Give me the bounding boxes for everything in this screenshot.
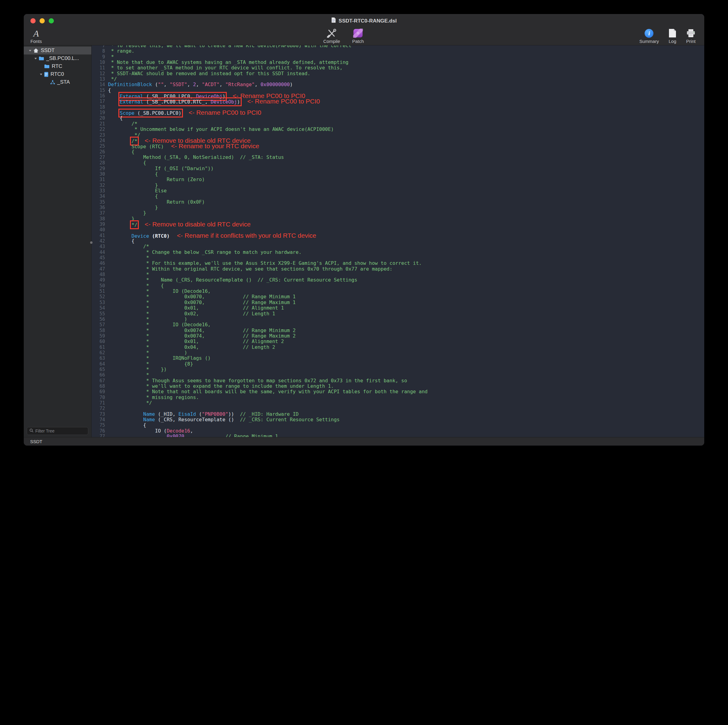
line-number: 47 xyxy=(92,266,108,272)
print-button[interactable]: Print xyxy=(686,28,696,44)
code-line: 30 { xyxy=(92,171,704,177)
patch-icon xyxy=(353,28,363,38)
line-number: 35 xyxy=(92,199,108,205)
code-line: 37 } xyxy=(92,210,704,216)
code-line: 33 Else xyxy=(92,188,704,194)
line-number: 70 xyxy=(92,395,108,400)
compile-button[interactable]: Compile xyxy=(323,28,340,44)
code-line: 21 /* xyxy=(92,121,704,127)
document-icon xyxy=(332,17,336,24)
line-number: 23 xyxy=(92,132,108,138)
code-line: 28 { xyxy=(92,160,704,165)
log-label: Log xyxy=(668,39,676,44)
code-line: 72 xyxy=(92,406,704,411)
line-number: 27 xyxy=(92,154,108,160)
device-doc-icon xyxy=(44,72,48,77)
code-line: 42 { xyxy=(92,238,704,244)
filter-placeholder: Filter Tree xyxy=(35,428,55,433)
print-label: Print xyxy=(686,39,696,44)
chevron-down-icon[interactable] xyxy=(28,49,32,52)
log-button[interactable]: Log xyxy=(668,28,676,44)
annotation-text: <- Rename if it conflicts with your old … xyxy=(177,232,316,239)
summary-button[interactable]: i Summary xyxy=(639,28,659,44)
line-number: 62 xyxy=(92,350,108,355)
annotation-text: <- Rename to your RTC device xyxy=(171,142,259,150)
code-line: 50 * { xyxy=(92,283,704,289)
window-title-area: SSDT-RTC0-RANGE.dsl xyxy=(332,17,397,24)
close-button[interactable] xyxy=(31,18,35,23)
code-line: 25 Scope (RTC)<- Rename to your RTC devi… xyxy=(92,143,704,149)
acpi-tree: SSDT _SB.PC00.L... RTC RTC0 xyxy=(24,45,91,425)
chevron-down-icon[interactable] xyxy=(34,57,38,60)
line-number: 51 xyxy=(92,289,108,294)
line-number: 20 xyxy=(92,115,108,121)
code-line: 59 * 0x0074, // Range Maximum 2 xyxy=(92,333,704,339)
line-number: 8 xyxy=(92,48,108,54)
line-number: 66 xyxy=(92,372,108,378)
code-line: 55 * 0x02, // Length 1 xyxy=(92,311,704,317)
code-line: 35 Return (0x0F) xyxy=(92,199,704,205)
line-number: 71 xyxy=(92,400,108,406)
minimize-button[interactable] xyxy=(40,18,45,23)
sidebar-item-sta[interactable]: _STA xyxy=(24,78,91,86)
annotation-text: <- Rename PC00 to PCI0 xyxy=(189,109,262,116)
status-text: SSDT xyxy=(30,439,42,444)
code-line: 43 /* xyxy=(92,244,704,249)
titlebar[interactable]: SSDT-RTC0-RANGE.dsl xyxy=(24,14,704,28)
code-line: 60 * 0x01, // Alignment 2 xyxy=(92,339,704,344)
line-number: 14 xyxy=(92,82,108,87)
patch-button[interactable]: Patch xyxy=(352,28,364,44)
summary-label: Summary xyxy=(639,39,659,44)
annotation-text: <- Rename PC00 to PCI0 xyxy=(248,98,320,105)
code-line: 53 * 0x0070, // Range Maximum 1 xyxy=(92,300,704,305)
line-number: 61 xyxy=(92,344,108,350)
code-line: 39 */<- Remove to disable old RTC device xyxy=(92,222,704,227)
line-number: 13 xyxy=(92,76,108,82)
main-split: SSDT _SB.PC00.L... RTC RTC0 xyxy=(24,45,704,437)
code-line: 32 } xyxy=(92,183,704,188)
line-number: 52 xyxy=(92,294,108,300)
line-number: 50 xyxy=(92,283,108,289)
code-line: 44 * Change the below _CSR range to matc… xyxy=(92,249,704,255)
line-number: 25 xyxy=(92,143,108,149)
code-line: 12 * SSDT-AWAC should be removed and ins… xyxy=(92,71,704,76)
line-number: 38 xyxy=(92,216,108,222)
code-editor[interactable]: 7 * To resolve this, we'll want to creat… xyxy=(92,45,704,437)
sidebar-item-label: SSDT xyxy=(41,47,55,54)
fonts-button[interactable]: A Fonts xyxy=(31,28,42,44)
line-number: 10 xyxy=(92,60,108,65)
home-icon xyxy=(33,48,39,53)
line-number: 34 xyxy=(92,194,108,199)
compile-label: Compile xyxy=(323,39,340,44)
toolbar: A Fonts xyxy=(24,28,704,45)
code-line: 52 * 0x0070, // Range Minimum 1 xyxy=(92,294,704,300)
code-line: 19 Scope (_SB.PC00.LPC0)<- Rename PC00 t… xyxy=(92,110,704,115)
sidebar-item-rtc[interactable]: RTC xyxy=(24,63,91,70)
line-number: 45 xyxy=(92,255,108,260)
code-line: 76 IO (Decode16, xyxy=(92,428,704,434)
code-line: 62 * ) xyxy=(92,350,704,355)
filter-tree-input[interactable]: Filter Tree xyxy=(27,427,88,435)
code-line: 70 * missing regions. xyxy=(92,395,704,400)
code-line: 17 External (_SB_.PC00.LPC0.RTC_, Device… xyxy=(92,99,704,104)
splitter-handle[interactable] xyxy=(90,242,93,244)
code-line: 29 If (_OSI ("Darwin")) xyxy=(92,166,704,171)
code-line: 47 * Within the original RTC device, we … xyxy=(92,266,704,272)
code-line: 58 * 0x0074, // Range Minimum 2 xyxy=(92,328,704,333)
chevron-down-icon[interactable] xyxy=(39,73,43,76)
sidebar: SSDT _SB.PC00.L... RTC RTC0 xyxy=(24,45,92,437)
sidebar-item-label: RTC0 xyxy=(50,71,64,77)
line-number: 68 xyxy=(92,384,108,389)
line-number: 9 xyxy=(92,54,108,60)
sidebar-item-ssdt[interactable]: SSDT xyxy=(24,47,91,55)
code-line: 45 * xyxy=(92,255,704,260)
zoom-button[interactable] xyxy=(49,18,54,23)
annotation-box: /* xyxy=(132,138,137,144)
sidebar-item-sb-pc00[interactable]: _SB.PC00.L... xyxy=(24,55,91,63)
info-icon: i xyxy=(645,29,653,38)
line-number: 74 xyxy=(92,417,108,422)
sidebar-item-rtc0[interactable]: RTC0 xyxy=(24,70,91,78)
code-line: 11 * to set another _STA method in your … xyxy=(92,65,704,70)
annotation-box: External (_SB_.PC00.LPC0.RTC_, DeviceObj… xyxy=(120,99,240,105)
line-number: 46 xyxy=(92,260,108,266)
